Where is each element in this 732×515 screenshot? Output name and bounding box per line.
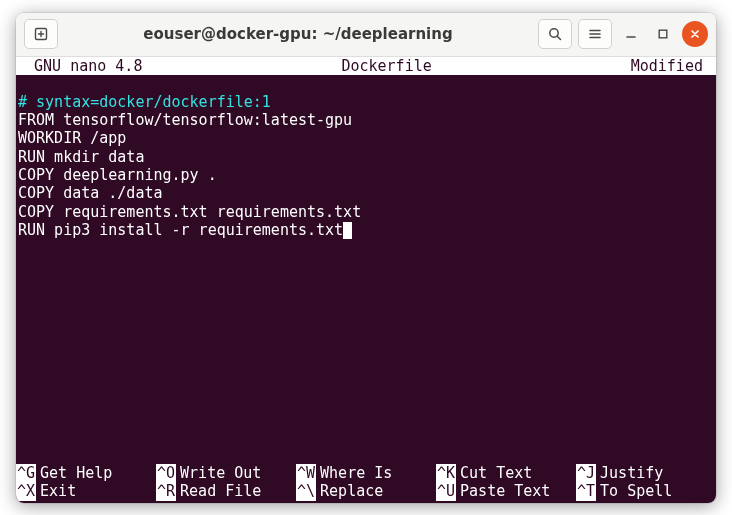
nano-status: Modified	[631, 57, 716, 75]
minimize-button[interactable]	[618, 21, 644, 47]
terminal-window: eouser@docker-gpu: ~/deeplearning	[16, 13, 716, 503]
nano-app-version: GNU nano 4.8	[16, 57, 142, 75]
nano-filename: Dockerfile	[142, 57, 630, 75]
maximize-button[interactable]	[650, 21, 676, 47]
file-line-3: WORKDIR /app	[18, 129, 126, 147]
nano-header-bar: GNU nano 4.8 Dockerfile Modified	[16, 57, 716, 75]
shortcut-row-2: ^XExit ^RRead File ^\Replace ^UPaste Tex…	[16, 482, 716, 500]
text-cursor	[343, 222, 352, 239]
shortcut-exit: ^XExit	[16, 482, 156, 500]
shortcut-read-file: ^RRead File	[156, 482, 296, 500]
shortcut-to-spell: ^TTo Spell	[576, 482, 716, 500]
titlebar: eouser@docker-gpu: ~/deeplearning	[16, 13, 716, 57]
shortcut-cut-text: ^KCut Text	[436, 464, 576, 482]
shortcut-replace: ^\Replace	[296, 482, 436, 500]
shortcut-justify: ^JJustify	[576, 464, 716, 482]
file-line-8: RUN pip3 install -r requirements.txt	[18, 221, 343, 239]
file-line-4: RUN mkdir data	[18, 148, 144, 166]
svg-rect-2	[659, 30, 667, 38]
new-tab-icon	[33, 26, 49, 42]
file-line-6: COPY data ./data	[18, 184, 163, 202]
shortcut-where-is: ^WWhere Is	[296, 464, 436, 482]
search-icon	[547, 26, 563, 42]
file-line-5: COPY deeplearning.py .	[18, 166, 217, 184]
maximize-icon	[657, 28, 669, 40]
close-button[interactable]	[682, 21, 708, 47]
window-title: eouser@docker-gpu: ~/deeplearning	[64, 25, 532, 43]
shortcut-paste-text: ^UPaste Text	[436, 482, 576, 500]
file-line-7: COPY requirements.txt requirements.txt	[18, 203, 361, 221]
close-icon	[689, 28, 701, 40]
menu-button[interactable]	[578, 19, 612, 49]
nano-shortcut-bar: ^GGet Help ^OWrite Out ^WWhere Is ^KCut …	[16, 464, 716, 503]
new-tab-button[interactable]	[24, 19, 58, 49]
shortcut-row-1: ^GGet Help ^OWrite Out ^WWhere Is ^KCut …	[16, 464, 716, 482]
hamburger-icon	[587, 26, 603, 42]
terminal-area[interactable]: GNU nano 4.8 Dockerfile Modified # synta…	[16, 57, 716, 503]
search-button[interactable]	[538, 19, 572, 49]
editor-content[interactable]: # syntax=docker/dockerfile:1 FROM tensor…	[16, 75, 716, 464]
file-line-2: FROM tensorflow/tensorflow:latest-gpu	[18, 111, 352, 129]
minimize-icon	[625, 28, 637, 40]
shortcut-get-help: ^GGet Help	[16, 464, 156, 482]
shortcut-write-out: ^OWrite Out	[156, 464, 296, 482]
file-line-1: # syntax=docker/dockerfile:1	[18, 93, 271, 111]
